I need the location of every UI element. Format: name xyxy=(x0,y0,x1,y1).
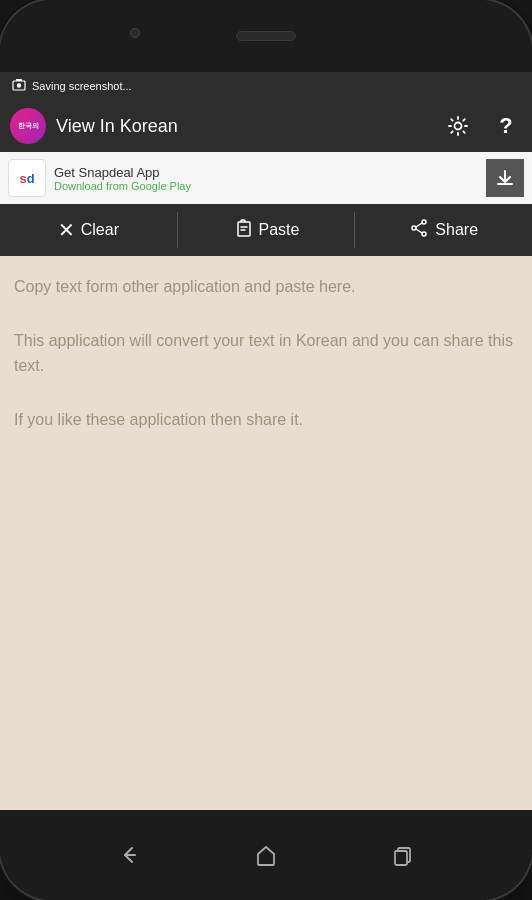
svg-point-3 xyxy=(455,123,462,130)
ad-banner: sd Get Snapdeal App Download from Google… xyxy=(0,152,532,204)
screen: Saving screenshot... 한국의 View In Korean … xyxy=(0,72,532,810)
settings-button[interactable] xyxy=(442,110,474,142)
placeholder-para-1: Copy text form other application and pas… xyxy=(14,274,518,300)
content-area: Copy text form other application and pas… xyxy=(0,256,532,810)
app-logo: 한국의 xyxy=(10,108,46,144)
app-title: View In Korean xyxy=(56,116,442,137)
close-icon: ✕ xyxy=(58,218,75,242)
placeholder-para-3: If you like these application then share… xyxy=(14,407,518,433)
paste-label: Paste xyxy=(259,221,300,239)
back-nav-button[interactable] xyxy=(111,837,147,873)
front-camera xyxy=(130,28,140,38)
svg-rect-1 xyxy=(16,79,22,81)
ad-title: Get Snapdeal App xyxy=(54,165,486,180)
share-button[interactable]: Share xyxy=(355,204,532,256)
status-text: Saving screenshot... xyxy=(32,80,132,92)
earpiece-speaker xyxy=(236,31,296,41)
clear-label: Clear xyxy=(81,221,119,239)
app-bar-actions: ? xyxy=(442,110,522,142)
clear-button[interactable]: ✕ Clear xyxy=(0,204,177,256)
status-bar: Saving screenshot... xyxy=(0,72,532,100)
ad-app-icon: sd xyxy=(8,159,46,197)
svg-rect-9 xyxy=(395,851,407,865)
share-label: Share xyxy=(435,221,478,239)
clipboard-icon xyxy=(233,218,253,243)
toolbar: ✕ Clear Paste xyxy=(0,204,532,256)
phone-top-hardware xyxy=(0,0,532,72)
help-button[interactable]: ? xyxy=(490,110,522,142)
home-nav-button[interactable] xyxy=(248,837,284,873)
svg-point-2 xyxy=(17,83,21,87)
phone-bottom-hardware xyxy=(0,810,532,900)
phone-shell: Saving screenshot... 한국의 View In Korean … xyxy=(0,0,532,900)
ad-download-button[interactable] xyxy=(486,159,524,197)
recents-nav-button[interactable] xyxy=(385,837,421,873)
share-icon xyxy=(409,218,429,243)
placeholder-para-2: This application will convert your text … xyxy=(14,328,518,379)
paste-button[interactable]: Paste xyxy=(178,204,355,256)
placeholder-text: Copy text form other application and pas… xyxy=(14,274,518,432)
ad-text-block: Get Snapdeal App Download from Google Pl… xyxy=(54,165,486,192)
svg-rect-4 xyxy=(238,222,250,236)
screenshot-icon xyxy=(12,79,26,93)
ad-subtitle: Download from Google Play xyxy=(54,180,486,192)
app-bar: 한국의 View In Korean ? xyxy=(0,100,532,152)
